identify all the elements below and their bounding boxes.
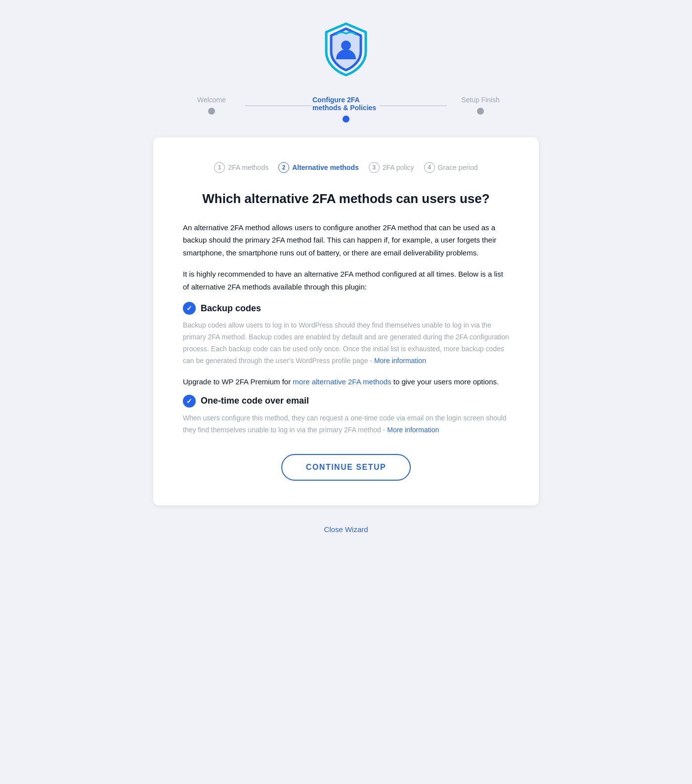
sub-tab-2fa-methods[interactable]: 1 2FA methods xyxy=(214,162,268,173)
card-description-2: It is highly recommended to have an alte… xyxy=(183,268,509,293)
upgrade-text-after: to give your users more options. xyxy=(391,377,499,386)
sub-tab-alternative-methods[interactable]: 2 Alternative methods xyxy=(278,162,359,173)
main-card: 1 2FA methods 2 Alternative methods 3 2F… xyxy=(153,137,539,505)
backup-codes-more-info-link[interactable]: More information xyxy=(374,357,426,365)
backup-codes-desc-text: Backup codes allow users to log in to Wo… xyxy=(183,321,509,364)
step-dot-welcome xyxy=(208,108,215,115)
step-label-configure: Configure 2FA methods & Policies xyxy=(312,96,380,112)
backup-codes-title: Backup codes xyxy=(201,303,261,314)
svg-point-0 xyxy=(341,41,351,50)
sub-tab-num-3: 3 xyxy=(369,162,380,173)
step-label-welcome: Welcome xyxy=(197,96,226,104)
sub-tab-2fa-policy[interactable]: 3 2FA policy xyxy=(369,162,414,173)
upgrade-text: Upgrade to WP 2FA Premium for more alter… xyxy=(183,376,509,388)
upgrade-link[interactable]: more alternative 2FA methods xyxy=(293,377,391,386)
wizard-steps: Welcome Configure 2FA methods & Policies… xyxy=(178,96,514,123)
sub-tab-num-1: 1 xyxy=(214,162,225,173)
email-code-check-icon xyxy=(183,395,196,408)
continue-setup-button[interactable]: CONTINUE SETUP xyxy=(281,454,411,481)
email-code-desc-text: When users configure this method, they c… xyxy=(183,414,506,434)
email-code-description: When users configure this method, they c… xyxy=(183,413,509,436)
step-dot-configure xyxy=(343,116,349,123)
sub-tab-label-alternative-methods: Alternative methods xyxy=(292,164,359,171)
logo-container xyxy=(319,20,373,81)
backup-codes-check-icon xyxy=(183,302,196,315)
wizard-step-welcome: Welcome xyxy=(178,96,245,115)
sub-tab-num-4: 4 xyxy=(424,162,435,173)
step-line-1 xyxy=(245,105,312,106)
close-wizard-link[interactable]: Close Wizard xyxy=(324,525,368,534)
sub-tab-label-2fa-policy: 2FA policy xyxy=(383,164,414,171)
backup-codes-description: Backup codes allow users to log in to Wo… xyxy=(183,320,509,367)
upgrade-text-before: Upgrade to WP 2FA Premium for xyxy=(183,377,293,386)
shield-logo-icon xyxy=(319,20,373,79)
step-dot-finish xyxy=(477,108,484,115)
sub-tab-num-2: 2 xyxy=(278,162,289,173)
card-title: Which alternative 2FA methods can users … xyxy=(183,191,509,207)
step-line-2 xyxy=(380,105,447,106)
card-description-1: An alternative 2FA method allows users t… xyxy=(183,221,509,259)
wizard-step-configure: Configure 2FA methods & Policies xyxy=(312,96,380,123)
sub-tab-label-grace-period: Grace period xyxy=(438,164,478,171)
email-code-section-title: One-time code over email xyxy=(183,395,509,408)
sub-tab-grace-period[interactable]: 4 Grace period xyxy=(424,162,478,173)
wizard-step-finish: Setup Finish xyxy=(447,96,514,115)
step-label-finish: Setup Finish xyxy=(461,96,500,104)
email-code-more-info-link[interactable]: More information xyxy=(387,426,439,434)
sub-tabs: 1 2FA methods 2 Alternative methods 3 2F… xyxy=(183,162,509,173)
backup-codes-section-title: Backup codes xyxy=(183,302,509,315)
sub-tab-label-2fa-methods: 2FA methods xyxy=(228,164,268,171)
email-code-title: One-time code over email xyxy=(201,396,309,406)
